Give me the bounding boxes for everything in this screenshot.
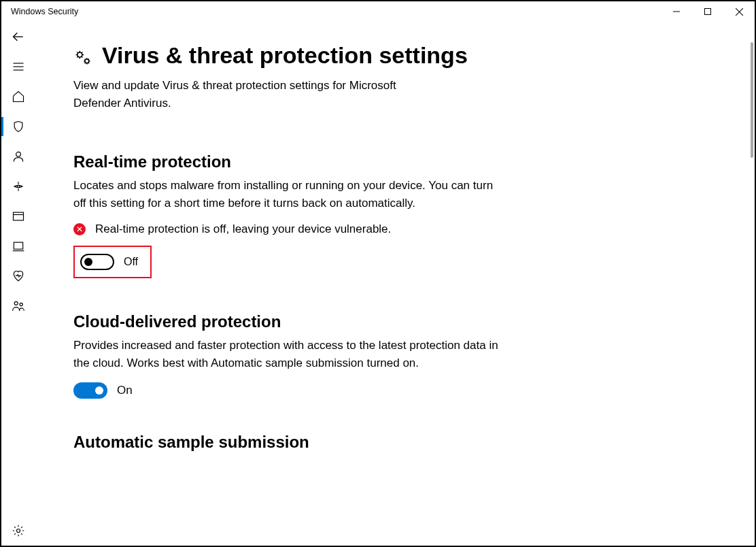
section-autosample: Automatic sample submission	[73, 433, 502, 452]
section-cloud: Cloud-delivered protection Provides incr…	[73, 312, 502, 399]
sidebar-item-family[interactable]	[1, 291, 35, 321]
sidebar-item-account[interactable]	[1, 142, 35, 171]
sidebar-item-home[interactable]	[1, 82, 35, 112]
realtime-toggle-label: Off	[124, 256, 138, 268]
svg-point-16	[14, 301, 18, 305]
svg-point-17	[20, 303, 22, 305]
svg-rect-1	[705, 9, 711, 15]
sidebar	[1, 22, 35, 546]
svg-point-18	[17, 529, 20, 533]
settings-gears-icon	[73, 48, 92, 67]
content-area: Virus & threat protection settings View …	[35, 22, 755, 546]
sidebar-item-virus-threat[interactable]	[1, 112, 35, 142]
realtime-toggle-highlight: Off	[73, 246, 152, 278]
sidebar-item-app-browser[interactable]	[1, 201, 35, 231]
cloud-toggle-row: On	[73, 382, 502, 399]
window-title: Windows Security	[11, 7, 78, 16]
cloud-toggle[interactable]	[73, 382, 107, 399]
hamburger-menu[interactable]	[1, 52, 35, 82]
sidebar-item-firewall[interactable]	[1, 171, 35, 201]
close-button[interactable]	[723, 1, 755, 22]
page-header: Virus & threat protection settings	[73, 42, 717, 69]
maximize-button[interactable]	[692, 1, 723, 22]
vertical-scrollbar[interactable]	[751, 42, 753, 158]
page-title: Virus & threat protection settings	[102, 42, 468, 69]
sidebar-item-device-security[interactable]	[1, 231, 35, 261]
autosample-heading: Automatic sample submission	[73, 433, 502, 452]
sidebar-item-device-health[interactable]	[1, 261, 35, 291]
svg-point-8	[16, 152, 21, 156]
minimize-button[interactable]	[661, 1, 692, 22]
cloud-heading: Cloud-delivered protection	[73, 312, 502, 331]
realtime-toggle[interactable]	[80, 254, 114, 270]
titlebar: Windows Security	[1, 1, 755, 22]
window-controls	[661, 1, 755, 22]
section-realtime: Real-time protection Locates and stops m…	[73, 152, 502, 278]
back-button[interactable]	[1, 22, 35, 52]
sidebar-item-settings[interactable]	[1, 516, 35, 546]
svg-rect-12	[14, 212, 24, 220]
realtime-warning-text: Real-time protection is off, leaving you…	[95, 222, 391, 236]
error-icon: ✕	[73, 223, 86, 235]
realtime-heading: Real-time protection	[73, 152, 502, 171]
realtime-description: Locates and stops malware from installin…	[73, 177, 502, 212]
svg-rect-14	[14, 242, 22, 249]
realtime-warning-row: ✕ Real-time protection is off, leaving y…	[73, 222, 502, 236]
cloud-description: Provides increased and faster protection…	[73, 337, 502, 371]
svg-point-20	[85, 59, 89, 63]
page-description: View and update Virus & threat protectio…	[73, 77, 441, 112]
cloud-toggle-label: On	[117, 384, 133, 397]
